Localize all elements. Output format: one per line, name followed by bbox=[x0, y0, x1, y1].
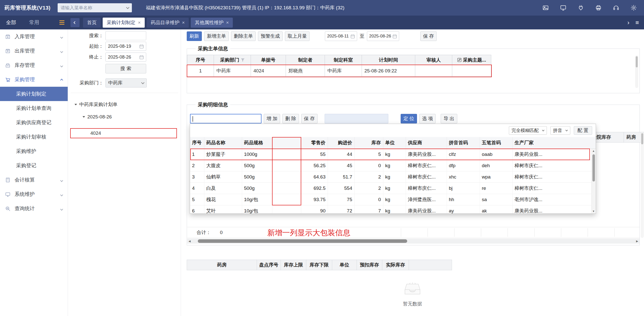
tree-node-date[interactable]: 2025-08-26 bbox=[83, 114, 112, 120]
start-date-field[interactable]: 2025-08-19 bbox=[105, 42, 146, 51]
chevron-down-icon bbox=[61, 62, 63, 68]
tree-node-document[interactable]: 4024 bbox=[70, 128, 177, 138]
close-icon[interactable]: × bbox=[138, 20, 141, 25]
match-mode-select[interactable]: 完全模糊匹配 bbox=[509, 126, 547, 135]
sidebar-item-label: 采购计划制定 bbox=[16, 91, 46, 97]
drug-suggestion-table: 序号 药品名称 药品规格 零售价 购进价 库存 单位 供应商 拼音首码 五笔首码… bbox=[190, 137, 596, 214]
sidebar-subitem-plan-create[interactable]: 采购计划制定 bbox=[0, 87, 68, 101]
printer-icon[interactable] bbox=[595, 5, 602, 11]
sidebar-subitem-plan-audit[interactable]: 采购计划审核 bbox=[0, 130, 68, 144]
master-table-row[interactable]: 1 中药库 4024 郑晓燕 中药库 25-08-26 09:22 bbox=[187, 65, 491, 77]
scroll-right-arrow[interactable]: ▶ bbox=[636, 240, 638, 243]
tab-home[interactable]: 首页 bbox=[83, 18, 101, 28]
close-icon[interactable]: × bbox=[182, 20, 185, 25]
suggestion-row[interactable]: 6艾叶 10g/包 9072 7kg 康美药业股...ay ak康美药业股... bbox=[190, 205, 596, 214]
monitor-icon[interactable] bbox=[560, 5, 566, 11]
cell-seq: 1 bbox=[187, 65, 214, 77]
search-button[interactable]: 搜 索 bbox=[105, 64, 146, 73]
take-last-month-button[interactable]: 取上月量 bbox=[285, 31, 310, 41]
drug-search-input[interactable] bbox=[190, 114, 261, 123]
detail-filter-input[interactable] bbox=[325, 114, 388, 123]
keyword-input[interactable] bbox=[105, 31, 146, 40]
tabbar-right-controls: › ≡ bbox=[627, 20, 644, 26]
chevron-down-icon bbox=[565, 129, 568, 131]
sidebar-item-inbound[interactable]: 入库管理 bbox=[0, 29, 68, 44]
tab-list-icon[interactable]: ≡ bbox=[635, 20, 639, 26]
date-from-field[interactable]: 2025-08-11 bbox=[325, 31, 357, 41]
locate-button[interactable]: 定 位 bbox=[401, 114, 417, 123]
suggestion-row[interactable]: 1炒莱菔子 1000g 5544 5kg 康美药业股...clfz oaab康美… bbox=[190, 149, 596, 160]
suggestion-row[interactable]: 4白及 500g 692.5554 2kg 樟树市庆仁...bj re樟树市庆仁… bbox=[190, 183, 596, 194]
menu-search-combobox[interactable]: 请输入菜单名称 bbox=[58, 3, 132, 12]
gear-icon[interactable] bbox=[630, 5, 637, 11]
filter-all[interactable]: 全部 bbox=[6, 19, 16, 26]
master-section-title: 采购主单信息 bbox=[196, 45, 230, 52]
sidebar-item-accounting[interactable]: 会计核算 bbox=[0, 173, 68, 187]
sidebar-item-outbound[interactable]: 出库管理 bbox=[0, 44, 68, 58]
start-date-row: 起始： 2025-08-19 bbox=[68, 42, 181, 51]
suggestion-row[interactable]: 5槐花 10g/包 93.7575 0kg 漳州鹭燕医...hh sa亳州市沪谯… bbox=[190, 194, 596, 205]
save-detail-button[interactable]: 保 存 bbox=[301, 114, 318, 123]
sidebar-subitem-plan-query[interactable]: 采购计划单查询 bbox=[0, 101, 68, 115]
scroll-tabs-right-icon[interactable]: › bbox=[627, 20, 629, 26]
hamburger-menu-icon[interactable] bbox=[59, 20, 64, 25]
scroll-left-arrow[interactable]: ◀ bbox=[188, 240, 191, 243]
pharmacy-header-row: 药房 盘点序号 库存上限 库存下限 单位 预扣库存 实际库存 bbox=[187, 260, 452, 270]
new-master-button[interactable]: 新增主单 bbox=[204, 31, 229, 41]
end-date-field[interactable]: 2025-08-26 bbox=[105, 53, 146, 62]
totals-grid-lines bbox=[401, 228, 639, 237]
filter-common[interactable]: 常用 bbox=[29, 19, 39, 26]
scroll-down-arrow[interactable]: ▼ bbox=[592, 209, 595, 213]
tab-label: 首页 bbox=[87, 19, 97, 26]
collapse-panel-button[interactable] bbox=[70, 18, 80, 27]
filter-icon[interactable] bbox=[241, 58, 245, 62]
sidebar-item-label: 查询统计 bbox=[15, 205, 35, 212]
date-to-field[interactable]: 2025-08-26 bbox=[367, 31, 399, 41]
sidebar-subitem-purchase-register[interactable]: 采购登记 bbox=[0, 158, 68, 173]
warning-generate-button[interactable]: 预警生成 bbox=[258, 31, 283, 41]
tree-node-root[interactable]: 中药库采购计划单 bbox=[74, 101, 118, 108]
column-header-purchase-price: 购进价 bbox=[328, 137, 354, 149]
sidebar-subitem-supplier-register[interactable]: 采购供应商登记 bbox=[0, 115, 68, 130]
plug-icon[interactable] bbox=[578, 5, 584, 11]
tab-drug-catalog[interactable]: 药品目录维护 × bbox=[147, 18, 189, 28]
sidebar-item-procurement[interactable]: 采购管理 bbox=[0, 72, 68, 87]
horizontal-scrollbar[interactable]: ◀ ▶ bbox=[187, 239, 639, 244]
sidebar-item-label: 采购供应商登记 bbox=[16, 119, 51, 126]
config-button[interactable]: 配 置 bbox=[574, 126, 592, 135]
scroll-thumb[interactable] bbox=[592, 154, 595, 182]
caret-down-icon bbox=[74, 104, 77, 105]
scroll-thumb[interactable] bbox=[636, 56, 638, 67]
master-vertical-scrollbar[interactable] bbox=[635, 55, 638, 88]
sidebar-item-statistics[interactable]: 查询统计 bbox=[0, 201, 68, 216]
refresh-button[interactable]: 刷新 bbox=[187, 31, 202, 41]
detail-vertical-scrollbar[interactable] bbox=[641, 132, 644, 238]
close-icon[interactable]: × bbox=[226, 20, 229, 25]
totals-row: 合计： 0 新增一列显示大包装信息 bbox=[187, 227, 639, 238]
sidebar-subitem-purchase-maintain[interactable]: 采购维护 bbox=[0, 144, 68, 158]
add-row-button[interactable]: 增 加 bbox=[264, 114, 280, 123]
suggestion-row[interactable]: 2大腹皮 500g 56.2545 0kg 樟树市庆仁...dfp deh樟树市… bbox=[190, 160, 596, 171]
popup-vertical-scrollbar[interactable]: ▲ ▼ bbox=[591, 149, 595, 213]
scroll-thumb[interactable] bbox=[198, 239, 407, 243]
delete-master-button[interactable]: 删除主单 bbox=[231, 31, 256, 41]
tab-purchase-plan[interactable]: 采购计划制定 × bbox=[103, 18, 145, 28]
popup-controls: 完全模糊匹配 拼音 配 置 bbox=[190, 124, 596, 137]
column-header-retail-price: 零售价 bbox=[301, 137, 328, 149]
headset-icon[interactable] bbox=[613, 5, 619, 11]
top-header: 药库管理系统(V13) 请输入菜单名称 福建省漳州市漳浦县中医院 (H35062… bbox=[0, 0, 644, 16]
dept-select[interactable]: 中药库 bbox=[105, 78, 147, 87]
sidebar-item-system[interactable]: 系统维护 bbox=[0, 187, 68, 201]
delete-row-button[interactable]: 删 除 bbox=[282, 114, 299, 123]
export-button[interactable]: 导 出 bbox=[441, 114, 457, 123]
tab-other-attrs[interactable]: 其他属性维护 × bbox=[191, 18, 233, 28]
save-button[interactable]: 保 存 bbox=[420, 31, 437, 41]
column-header-plan-time: 计划时间 bbox=[362, 55, 415, 65]
scroll-up-arrow[interactable]: ▲ bbox=[592, 149, 595, 153]
pinyin-mode-select[interactable]: 拼音 bbox=[550, 126, 570, 135]
scroll-thumb[interactable] bbox=[641, 133, 643, 144]
suggestion-row[interactable]: 3仙鹤草 500g 64.6351.7 2kg 樟树市庆仁...xhc wpa樟… bbox=[190, 171, 596, 183]
sidebar-item-inventory[interactable]: 库存管理 bbox=[0, 58, 68, 72]
options-button[interactable]: 选 项 bbox=[419, 114, 436, 123]
image-icon[interactable] bbox=[542, 5, 549, 11]
